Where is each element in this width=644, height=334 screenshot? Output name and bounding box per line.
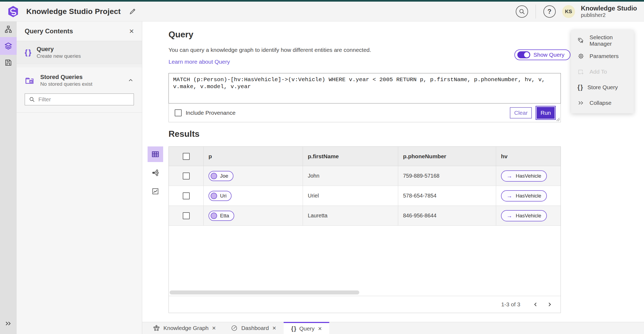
save-icon [4, 59, 12, 67]
knowledge-graph-icon [153, 325, 160, 332]
user-name: Knowledge Studio [581, 5, 637, 12]
entity-label: Joe [220, 173, 228, 179]
query-description: You can query a knowledge graph to ident… [169, 47, 371, 53]
tab-knowledge-graph[interactable]: Knowledge Graph × [145, 322, 223, 334]
app-logo-icon[interactable] [7, 5, 19, 18]
tab-label: Dashboard [241, 325, 269, 331]
rail-schema-button[interactable] [0, 21, 17, 37]
rail-expand-button[interactable] [0, 317, 17, 330]
layers-icon [4, 42, 13, 50]
stored-queries-title: Stored Queries [40, 73, 92, 81]
selection-manager-button[interactable]: Selection Manager [571, 33, 634, 48]
header-divider [536, 5, 536, 19]
cell-phonenumber: 846-956-8644 [398, 206, 496, 225]
row-checkbox[interactable] [183, 192, 190, 199]
entity-pill[interactable]: Etta [208, 211, 234, 221]
close-icon: × [318, 325, 322, 332]
rail-save-button[interactable] [0, 55, 17, 70]
table-view-button[interactable] [148, 146, 163, 162]
close-icon: × [272, 324, 276, 332]
filter-input[interactable] [38, 96, 130, 103]
gauge-icon [231, 325, 238, 332]
panel-close-button[interactable]: × [129, 27, 134, 35]
stored-queries-header[interactable]: Stored Queries No stored queries exist [25, 73, 134, 87]
user-info[interactable]: Knowledge Studio publisher2 [581, 5, 637, 18]
learn-more-link[interactable]: Learn more about Query [169, 59, 230, 65]
relationship-pill[interactable]: → HasVehicle [501, 210, 547, 221]
run-button[interactable]: Run [537, 107, 555, 119]
search-icon [518, 8, 525, 15]
relationship-pill[interactable]: → HasVehicle [501, 190, 547, 202]
chevron-up-icon [127, 77, 134, 84]
collapse-panel-button[interactable]: Collapse [571, 95, 634, 111]
cell-phonenumber: 759-889-57168 [398, 166, 496, 186]
relationship-pill[interactable]: → HasVehicle [501, 170, 547, 182]
column-header-phonenumber[interactable]: p.phoneNumber [398, 147, 496, 166]
selection-manager-icon [577, 37, 584, 44]
table-row[interactable]: Uri Uriel 578-654-7854 → HasVehicle [169, 186, 561, 206]
filter-field[interactable] [25, 94, 134, 105]
row-checkbox[interactable] [183, 212, 190, 219]
chart-icon [151, 187, 159, 195]
entity-pill[interactable]: Joe [208, 171, 233, 181]
show-query-button[interactable]: Show Query [514, 49, 570, 60]
close-icon: × [129, 27, 134, 35]
parameters-button[interactable]: Parameters [571, 48, 634, 64]
prev-page-button[interactable] [530, 299, 541, 310]
close-tab-button[interactable]: × [272, 325, 276, 331]
entity-pill[interactable]: Uri [208, 191, 232, 201]
collapse-label: Collapse [590, 100, 612, 106]
sidebar-item-query[interactable]: { } Query Create new queries [17, 41, 142, 64]
entity-label: Uri [220, 193, 226, 199]
avatar[interactable]: KS [562, 5, 575, 18]
show-query-toggle[interactable] [517, 51, 530, 58]
query-textarea[interactable]: MATCH (p:Person)-[hv:HasVehicle]->(v:Veh… [169, 73, 561, 103]
edit-title-button[interactable] [129, 8, 136, 15]
row-checkbox[interactable] [183, 173, 190, 179]
chart-view-button[interactable] [148, 184, 163, 199]
parameters-label: Parameters [590, 53, 619, 59]
select-all-checkbox[interactable] [183, 153, 190, 160]
column-header-p[interactable]: p [204, 147, 303, 166]
tab-dashboard[interactable]: Dashboard × [223, 322, 284, 334]
results-view-switcher [148, 146, 164, 202]
clear-button[interactable]: Clear [510, 107, 532, 118]
query-item-title: Query [37, 45, 81, 53]
table-pagination: 1-3 of 3 [169, 296, 561, 313]
next-page-button[interactable] [544, 299, 555, 310]
horizontal-scrollbar[interactable] [170, 290, 359, 295]
table-row[interactable]: Joe John 759-889-57168 → HasVehicle [169, 166, 561, 186]
knowledge-studio-app: Knowledge Studio Project ? KS Knowledge … [0, 0, 644, 334]
column-header-hv[interactable]: hv [496, 147, 561, 166]
store-query-button[interactable]: { } Store Query [571, 80, 634, 95]
relationship-label: HasVehicle [516, 213, 541, 219]
add-to-icon [577, 68, 584, 75]
close-icon: × [212, 324, 216, 332]
arrow-right-icon: → [507, 213, 512, 218]
close-tab-button[interactable]: × [212, 325, 216, 331]
chevron-right-icon [546, 301, 553, 308]
query-editor-panel: MATCH (p:Person)-[hv:HasVehicle]->(v:Veh… [169, 73, 561, 122]
stored-queries-subtitle: No stored queries exist [40, 81, 92, 87]
query-page-title: Query [169, 30, 193, 39]
stored-queries-folder-icon [25, 76, 34, 85]
pencil-icon [129, 8, 136, 15]
entity-node-icon [211, 173, 217, 179]
tab-query[interactable]: { } Query × [284, 322, 329, 334]
rail-layers-button[interactable] [0, 37, 17, 55]
network-icon [151, 169, 159, 177]
collapse-section-button[interactable] [127, 77, 134, 84]
column-header-firstname[interactable]: p.firstName [303, 147, 398, 166]
graph-view-button[interactable] [148, 165, 163, 181]
search-button[interactable] [516, 5, 528, 18]
table-row[interactable]: Etta Lauretta 846-956-8644 → HasVehicle [169, 206, 561, 226]
toggle-knob [524, 52, 529, 58]
help-button[interactable]: ? [543, 5, 556, 18]
entity-node-icon [211, 193, 217, 199]
close-tab-button[interactable]: × [318, 325, 322, 332]
braces-icon: { } [291, 325, 296, 332]
panel-header: Query Contents × [17, 21, 142, 41]
include-provenance-checkbox[interactable] [175, 109, 182, 116]
resize-handle-icon[interactable] [556, 117, 560, 121]
braces-icon: { } [25, 48, 31, 57]
